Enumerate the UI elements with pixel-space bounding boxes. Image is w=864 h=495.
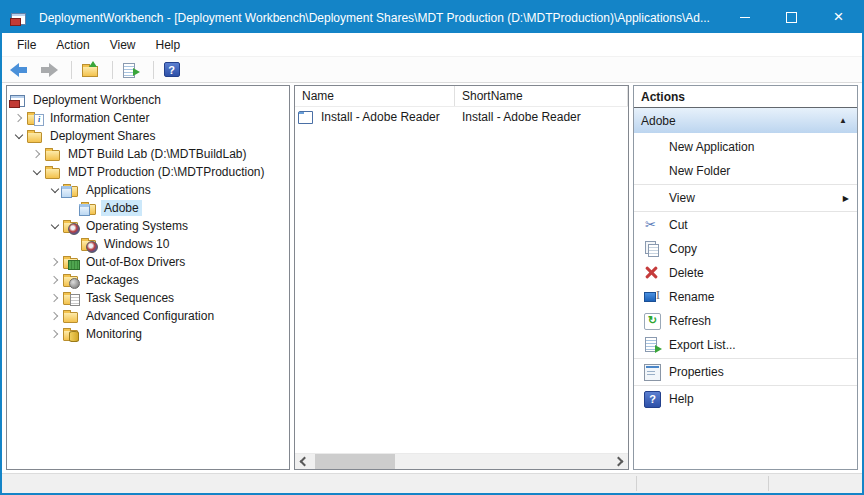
- menu-item-view[interactable]: View: [100, 33, 146, 57]
- actions-group-label: Adobe: [641, 114, 839, 128]
- forward-arrow-icon: [40, 63, 58, 77]
- tree-item-mdt-production-d-mdtproduction[interactable]: MDT Production (D:\MDTProduction): [7, 163, 289, 181]
- action-label: Copy: [669, 242, 849, 256]
- action-label: Refresh: [669, 314, 849, 328]
- action-export-list[interactable]: Export List...: [634, 333, 857, 357]
- action-properties[interactable]: Properties: [634, 360, 857, 384]
- list-item-name: Install - Adobe Reader: [321, 110, 440, 124]
- tree-item-windows-10[interactable]: Windows 10: [7, 235, 289, 253]
- scrollbar-thumb[interactable]: [315, 454, 395, 469]
- action-copy[interactable]: Copy: [634, 237, 857, 261]
- actions-separator: [634, 211, 857, 212]
- tree-item-label: Monitoring: [83, 326, 145, 342]
- menubar: FileActionViewHelp: [2, 33, 862, 57]
- action-new-application[interactable]: New Application: [634, 135, 857, 159]
- menu-item-action[interactable]: Action: [46, 33, 99, 57]
- scroll-left-arrow-icon[interactable]: [295, 454, 312, 469]
- collapse-arrow-icon[interactable]: ▲: [839, 116, 847, 125]
- tree-item-label: Windows 10: [101, 236, 172, 252]
- minimize-button[interactable]: [721, 2, 768, 33]
- tree-item-deployment-shares[interactable]: Deployment Shares: [7, 127, 289, 145]
- workbench-icon: [10, 95, 25, 107]
- action-help[interactable]: Help: [634, 387, 857, 411]
- help-button[interactable]: [161, 59, 187, 81]
- action-delete[interactable]: Delete: [634, 261, 857, 285]
- scrollbar-track[interactable]: [312, 454, 611, 469]
- action-icon-slot: [644, 163, 661, 180]
- action-label: Cut: [669, 218, 849, 232]
- app-icon: [11, 13, 26, 25]
- folder-os-icon: [81, 240, 96, 251]
- chevron-collapsed-icon[interactable]: [46, 253, 63, 271]
- tree-item-adobe[interactable]: Adobe: [7, 199, 289, 217]
- export-list-button[interactable]: [120, 59, 146, 81]
- back-arrow-button[interactable]: [8, 59, 34, 81]
- action-cut[interactable]: Cut: [634, 213, 857, 237]
- chevron-collapsed-icon[interactable]: [46, 325, 63, 343]
- actions-separator: [634, 358, 857, 359]
- application-window-icon: [298, 111, 313, 124]
- tree-item-applications[interactable]: Applications: [7, 181, 289, 199]
- folder-icon: [27, 132, 42, 143]
- folder-info-icon: [27, 114, 42, 125]
- chevron-expanded-icon[interactable]: [46, 217, 63, 235]
- maximize-button[interactable]: [768, 2, 815, 33]
- folder-icon: [63, 312, 78, 323]
- tree-item-label: Deployment Workbench: [30, 92, 164, 108]
- tree-item-out-of-box-drivers[interactable]: Out-of-Box Drivers: [7, 253, 289, 271]
- export-list-icon: [644, 337, 661, 354]
- tree-item-task-sequences[interactable]: Task Sequences: [7, 289, 289, 307]
- chevron-expanded-icon[interactable]: [28, 163, 45, 181]
- tree-item-monitoring[interactable]: Monitoring: [7, 325, 289, 343]
- action-rename[interactable]: Rename: [634, 285, 857, 309]
- close-button[interactable]: [815, 2, 862, 33]
- refresh-icon: [644, 313, 661, 330]
- action-label: Help: [669, 392, 849, 406]
- list-header: NameShortName: [295, 86, 628, 107]
- toolbar-separator: [112, 61, 113, 79]
- help-icon: [164, 62, 180, 77]
- menu-item-help[interactable]: Help: [146, 33, 191, 57]
- chevron-collapsed-icon[interactable]: [46, 307, 63, 325]
- actions-list: New ApplicationNew FolderView▶CutCopyDel…: [634, 133, 857, 469]
- actions-pane: Actions Adobe ▲ New ApplicationNew Folde…: [633, 85, 858, 470]
- tree-item-deployment-workbench[interactable]: Deployment Workbench: [7, 91, 289, 109]
- column-header-name[interactable]: Name: [295, 86, 455, 106]
- copy-icon: [644, 241, 661, 258]
- actions-pane-title: Actions: [634, 86, 857, 108]
- forward-arrow-button: [38, 59, 64, 81]
- list-item-name-cell: Install - Adobe Reader: [295, 110, 455, 124]
- tree-item-packages[interactable]: Packages: [7, 271, 289, 289]
- chevron-expanded-icon[interactable]: [10, 127, 27, 145]
- menu-item-file[interactable]: File: [7, 33, 46, 57]
- folder-task-icon: [63, 294, 78, 305]
- action-view[interactable]: View▶: [634, 186, 857, 210]
- chevron-collapsed-icon[interactable]: [10, 109, 27, 127]
- tree-item-operating-systems[interactable]: Operating Systems: [7, 217, 289, 235]
- action-icon-slot: [644, 139, 661, 156]
- actions-group-header[interactable]: Adobe ▲: [634, 108, 857, 133]
- tree-item-label: Out-of-Box Drivers: [83, 254, 188, 270]
- chevron-collapsed-icon[interactable]: [46, 289, 63, 307]
- folder-icon: [45, 168, 60, 179]
- tree-item-mdt-build-lab-d-mdtbuildlab[interactable]: MDT Build Lab (D:\MDTBuildLab): [7, 145, 289, 163]
- toolbar-separator: [71, 61, 72, 79]
- chevron-collapsed-icon[interactable]: [46, 271, 63, 289]
- action-label: New Application: [669, 140, 849, 154]
- statusbar-divider: [768, 476, 769, 491]
- action-label: Export List...: [669, 338, 849, 352]
- horizontal-scrollbar[interactable]: [295, 453, 628, 469]
- scroll-right-arrow-icon[interactable]: [611, 454, 628, 469]
- up-one-level-button[interactable]: [79, 59, 105, 81]
- folder-app-icon: [63, 186, 78, 197]
- list-item-install-adobe-reader[interactable]: Install - Adobe ReaderInstall - Adobe Re…: [295, 107, 628, 126]
- column-header-shortname[interactable]: ShortName: [455, 86, 628, 106]
- statusbar: [2, 473, 862, 493]
- chevron-collapsed-icon[interactable]: [28, 145, 45, 163]
- tree-item-label: Information Center: [47, 110, 152, 126]
- tree-item-advanced-configuration[interactable]: Advanced Configuration: [7, 307, 289, 325]
- action-refresh[interactable]: Refresh: [634, 309, 857, 333]
- tree-item-information-center[interactable]: Information Center: [7, 109, 289, 127]
- action-new-folder[interactable]: New Folder: [634, 159, 857, 183]
- tree-item-label: Deployment Shares: [47, 128, 158, 144]
